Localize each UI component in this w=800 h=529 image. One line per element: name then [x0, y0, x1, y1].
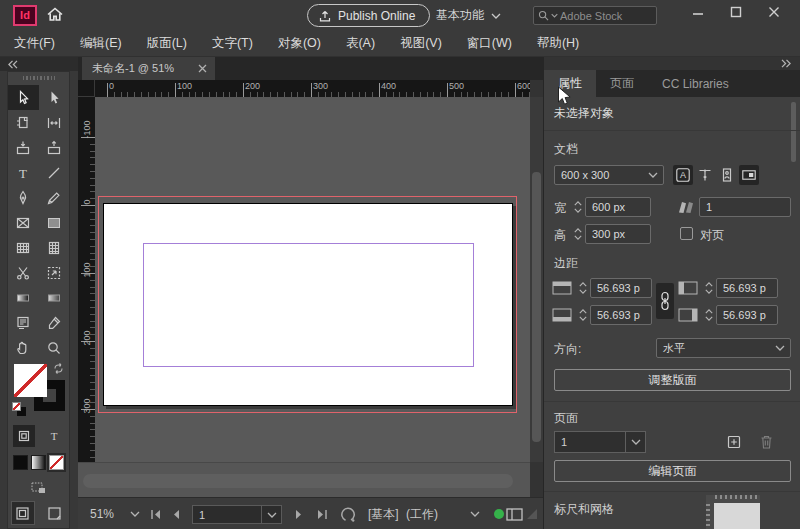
zoom-level-value[interactable]: 51% [90, 498, 114, 529]
gap-tool-button[interactable] [39, 110, 70, 135]
type-tool-button[interactable]: T [8, 160, 39, 185]
resize-grip[interactable] [527, 498, 537, 529]
facing-pages-checkbox[interactable] [680, 227, 693, 240]
canvas-pasteboard[interactable]: -100 0 100 200 300 [78, 97, 530, 462]
zoom-tool-button[interactable] [39, 335, 70, 360]
gradient-feather-tool-button[interactable] [39, 285, 70, 310]
page-count-field[interactable]: 1 [699, 197, 791, 217]
vertical-ruler[interactable]: -100 0 100 200 300 [78, 97, 95, 462]
menu-table[interactable]: 表(A) [346, 35, 375, 52]
document-page[interactable] [103, 203, 513, 406]
delete-page-button[interactable] [756, 432, 776, 452]
margin-right-stepper[interactable] [702, 305, 715, 325]
menu-object[interactable]: 对象(O) [278, 35, 321, 52]
direct-selection-tool-button[interactable] [39, 85, 70, 110]
line-tool-button[interactable] [39, 160, 70, 185]
horizontal-scrollbar[interactable] [78, 462, 530, 497]
menu-view[interactable]: 视图(V) [400, 35, 442, 52]
formatting-affects-container-button[interactable] [13, 425, 35, 447]
page-size-select[interactable]: 600 x 300 [554, 165, 664, 185]
document-tab[interactable]: 未命名-1 @ 51% [82, 57, 215, 80]
tab-properties[interactable]: 属性 [544, 70, 596, 97]
text-direction-horizontal-button[interactable]: A [673, 165, 693, 185]
horizontal-ruler[interactable]: 0 100 200 300 400 500 600 [95, 80, 530, 97]
vertical-grid-tool-button[interactable] [39, 235, 70, 260]
formatting-affects-text-button[interactable]: T [43, 425, 65, 447]
content-collector-tool-button[interactable] [8, 135, 39, 160]
preflight-status-indicator[interactable] [494, 498, 523, 529]
frame-tool-button[interactable] [8, 210, 39, 235]
screen-mode-options[interactable] [8, 476, 69, 498]
view-normal-button[interactable] [11, 501, 35, 525]
minimize-button[interactable] [690, 4, 706, 20]
rulers-grids-icon[interactable] [704, 493, 762, 529]
apply-color-button[interactable] [13, 455, 28, 470]
page-tool-button[interactable] [8, 110, 39, 135]
previous-page-button[interactable] [172, 498, 181, 529]
adobe-stock-search[interactable] [533, 6, 657, 25]
menu-file[interactable]: 文件(F) [14, 35, 55, 52]
note-tool-button[interactable] [8, 310, 39, 335]
maximize-button[interactable] [728, 4, 744, 20]
workspace-switcher[interactable]: 基本功能 [436, 4, 501, 27]
binding-direction-button[interactable] [695, 165, 715, 185]
horizontal-grid-tool-button[interactable] [8, 235, 39, 260]
pen-tool-button[interactable] [8, 185, 39, 210]
tab-cc-libraries[interactable]: CC Libraries [648, 70, 743, 97]
margin-bottom-field[interactable]: 56.693 p [590, 305, 652, 325]
close-button[interactable] [766, 4, 782, 20]
page-select-dropdown[interactable] [625, 432, 645, 452]
status-dropdown[interactable] [470, 498, 480, 529]
document-status-label[interactable]: (工作) [406, 498, 438, 529]
width-field[interactable]: 600 px [585, 197, 651, 217]
apply-none-button[interactable] [49, 455, 64, 470]
double-chevron-right-icon[interactable] [781, 59, 792, 68]
height-field[interactable]: 300 px [585, 224, 651, 244]
height-stepper[interactable] [571, 224, 584, 244]
menu-type[interactable]: 文字(T) [212, 35, 253, 52]
tab-close-icon[interactable] [198, 64, 207, 73]
pencil-tool-button[interactable] [39, 185, 70, 210]
menu-window[interactable]: 窗口(W) [467, 35, 512, 52]
selection-tool-button[interactable] [8, 85, 39, 110]
swap-fill-stroke-icon[interactable] [52, 362, 65, 375]
margin-top-stepper[interactable] [576, 278, 589, 298]
ruler-origin-corner[interactable] [78, 80, 95, 97]
publish-online-button[interactable]: Publish Online [307, 4, 430, 27]
search-input[interactable] [560, 10, 644, 22]
horizontal-scrollbar-thumb[interactable] [83, 474, 513, 488]
panel-drag-handle[interactable] [23, 76, 55, 80]
rectangle-tool-button[interactable] [39, 210, 70, 235]
menu-edit[interactable]: 编辑(E) [80, 35, 122, 52]
fill-swatch-none[interactable] [14, 364, 47, 397]
orientation-landscape-button[interactable] [739, 165, 759, 185]
menu-layout[interactable]: 版面(L) [147, 35, 187, 52]
adjust-layout-button[interactable]: 调整版面 [554, 369, 791, 391]
free-transform-tool-button[interactable] [39, 260, 70, 285]
vertical-scrollbar[interactable] [530, 97, 543, 462]
tab-pages[interactable]: 页面 [596, 70, 648, 97]
add-page-button[interactable] [724, 432, 744, 452]
apply-gradient-button[interactable] [31, 455, 46, 470]
page-number-field[interactable]: 1 [192, 505, 282, 524]
last-page-button[interactable] [316, 498, 328, 529]
margin-left-stepper[interactable] [702, 278, 715, 298]
zoom-level-dropdown[interactable] [130, 498, 140, 529]
first-page-button[interactable] [150, 498, 162, 529]
orientation-portrait-button[interactable] [717, 165, 737, 185]
home-button[interactable] [46, 6, 64, 23]
scissors-tool-button[interactable] [8, 260, 39, 285]
vertical-scrollbar-thumb[interactable] [532, 172, 541, 442]
default-fill-stroke-icon[interactable] [12, 402, 28, 418]
preflight-menu[interactable] [340, 498, 357, 529]
margin-top-field[interactable]: 56.693 p [590, 278, 652, 298]
hand-tool-button[interactable] [8, 335, 39, 360]
width-stepper[interactable] [571, 197, 584, 217]
preflight-preset-label[interactable]: [基本] [368, 498, 399, 529]
margin-right-field[interactable]: 56.693 p [716, 305, 778, 325]
content-placer-tool-button[interactable] [39, 135, 70, 160]
next-page-button[interactable] [294, 498, 303, 529]
panel-scrollbar-thumb[interactable] [791, 102, 796, 162]
edit-pages-button[interactable]: 编辑页面 [554, 460, 791, 482]
orientation-select[interactable]: 水平 [656, 338, 791, 358]
